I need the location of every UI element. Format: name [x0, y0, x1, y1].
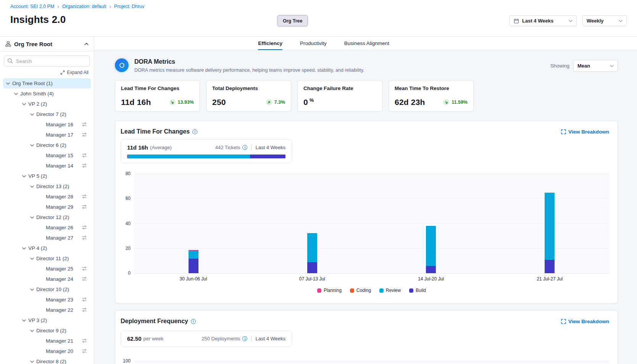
filters-sliders-icon[interactable]: [82, 276, 87, 283]
tree-item-manager-24[interactable]: Manager 24: [3, 274, 91, 284]
chevron-down-icon[interactable]: [22, 175, 28, 177]
bar-07-jul-13-jul[interactable]: [307, 233, 317, 273]
bar-segment-review: [545, 193, 555, 260]
tree-item-label: Director 8 (2): [36, 359, 66, 364]
chevron-down-icon[interactable]: [30, 113, 36, 116]
y-tick-label: 40: [121, 221, 131, 226]
filters-sliders-icon[interactable]: [82, 194, 87, 200]
tree-item-label: Manager 16: [46, 122, 73, 127]
top-controls: Last 4 Weeks Weekly: [510, 15, 627, 26]
bar-14-jul-20-jul[interactable]: [426, 226, 436, 273]
tree-item-manager-23[interactable]: Manager 23: [3, 295, 91, 305]
filters-sliders-icon[interactable]: [82, 204, 87, 211]
tree-item-vp-2-2[interactable]: VP 2 (2): [3, 99, 91, 109]
tree-item-manager-21[interactable]: Manager 21: [3, 336, 91, 346]
collapse-sidebar-icon[interactable]: [84, 43, 89, 45]
info-icon[interactable]: [242, 145, 247, 150]
chevron-down-icon[interactable]: [30, 258, 36, 260]
tree-item-director-9-2[interactable]: Director 9 (2): [3, 325, 91, 336]
y-tick-label: 60: [121, 196, 131, 201]
date-range-select[interactable]: Last 4 Weeks: [510, 15, 577, 26]
tab-productivity[interactable]: Productivity: [300, 37, 327, 50]
granularity-select[interactable]: Weekly: [582, 15, 627, 26]
info-icon[interactable]: [191, 319, 196, 324]
tab-efficiency[interactable]: Efficiency: [258, 37, 282, 50]
x-tick-label: 14 Jul-20 Jul: [418, 276, 444, 282]
tree-item-director-13-2[interactable]: Director 13 (2): [3, 181, 91, 192]
chevron-down-icon[interactable]: [30, 216, 36, 219]
legend-item-coding[interactable]: Coding: [350, 288, 371, 293]
info-icon[interactable]: [192, 129, 197, 134]
tree-item-manager-27[interactable]: Manager 27: [3, 233, 91, 243]
tree-item-manager-15[interactable]: Manager 15: [3, 150, 91, 161]
chevron-down-icon[interactable]: [30, 330, 36, 332]
breadcrumb-link-account-sei-2-0-pm[interactable]: Account: SEI 2.0 PM: [10, 4, 54, 9]
tree-item-vp-5-2[interactable]: VP 5 (2): [3, 171, 91, 181]
tree-item-label: Manager 17: [46, 132, 73, 138]
legend-item-build[interactable]: Build: [409, 288, 426, 293]
tree-item-director-8-2[interactable]: Director 8 (2): [3, 356, 91, 364]
sidebar-header: Org Tree Root: [0, 37, 94, 52]
chevron-down-icon[interactable]: [30, 288, 36, 291]
search-input[interactable]: [4, 55, 90, 67]
tree-item-manager-26[interactable]: Manager 26: [3, 222, 91, 233]
trend-indicator: 11.59%: [443, 99, 468, 105]
filters-sliders-icon[interactable]: [82, 122, 87, 128]
showing-select[interactable]: Mean: [573, 60, 618, 72]
tree-item-manager-29[interactable]: Manager 29: [3, 202, 91, 212]
chevron-down-icon[interactable]: [30, 144, 36, 147]
deployment-chart: 100: [121, 358, 609, 364]
bar-segment-build: [426, 266, 436, 273]
expand-all-button[interactable]: Expand All: [0, 70, 89, 75]
info-icon[interactable]: [242, 336, 247, 341]
tree-item-director-10-2[interactable]: Director 10 (2): [3, 284, 91, 295]
bar-30-jun-06-jul[interactable]: [189, 250, 198, 273]
tree-item-manager-22[interactable]: Manager 22: [3, 305, 91, 315]
lead-time-stage-bar[interactable]: [127, 155, 285, 158]
tree-item-manager-17[interactable]: Manager 17: [3, 130, 91, 140]
chevron-down-icon[interactable]: [30, 361, 36, 363]
org-tree-button[interactable]: Org Tree: [277, 15, 308, 26]
tree-item-director-11-2[interactable]: Director 11 (2): [3, 253, 91, 264]
filters-sliders-icon[interactable]: [82, 266, 87, 272]
tab-business-alignment[interactable]: Business Alignment: [344, 37, 389, 50]
chevron-down-icon[interactable]: [22, 319, 28, 322]
trend-percent: 7.3%: [274, 100, 285, 105]
filters-sliders-icon[interactable]: [82, 225, 87, 231]
chevron-down-icon[interactable]: [30, 185, 36, 188]
filters-sliders-icon[interactable]: [82, 307, 87, 314]
tree-item-manager-16[interactable]: Manager 16: [3, 119, 91, 130]
tree-item-vp-4-2[interactable]: VP 4 (2): [3, 243, 91, 253]
tree-item-manager-14[interactable]: Manager 14: [3, 161, 91, 171]
tree-item-vp-3-2[interactable]: VP 3 (2): [3, 315, 91, 325]
tree-item-director-7-2[interactable]: Director 7 (2): [3, 109, 91, 119]
tree-item-org-tree-root-1[interactable]: Org Tree Root (1): [3, 78, 91, 89]
chevron-down-icon[interactable]: [22, 103, 28, 105]
tree-item-label: Manager 24: [46, 276, 73, 282]
filters-sliders-icon[interactable]: [82, 163, 87, 169]
filters-sliders-icon[interactable]: [82, 348, 87, 355]
filters-sliders-icon[interactable]: [82, 297, 87, 303]
breadcrumb-link-project-dhruv[interactable]: Project: Dhruv: [114, 4, 144, 9]
filters-sliders-icon[interactable]: [82, 338, 87, 345]
lead-time-view-breakdown-link[interactable]: View Breakdown: [561, 129, 609, 135]
filters-sliders-icon[interactable]: [82, 153, 87, 159]
breadcrumb-link-organization-default[interactable]: Organization: default: [62, 4, 106, 9]
chevron-down-icon[interactable]: [6, 82, 12, 85]
tree-item-director-12-2[interactable]: Director 12 (2): [3, 212, 91, 222]
tree-item-john-smith-4[interactable]: John Smith (4): [3, 89, 91, 99]
legend-item-review[interactable]: Review: [379, 288, 401, 293]
tree-item-manager-25[interactable]: Manager 25: [3, 264, 91, 274]
bar-21-jul-27-jul[interactable]: [545, 193, 555, 273]
legend-item-planning[interactable]: Planning: [317, 288, 342, 293]
deployment-view-breakdown-link[interactable]: View Breakdown: [561, 319, 609, 324]
filters-sliders-icon[interactable]: [82, 132, 87, 139]
legend-label: Planning: [324, 288, 342, 293]
tree-item-manager-28[interactable]: Manager 28: [3, 192, 91, 202]
filters-sliders-icon[interactable]: [82, 235, 87, 242]
tree-item-manager-20[interactable]: Manager 20: [3, 346, 91, 356]
bar-segment-build: [545, 260, 555, 273]
chevron-down-icon[interactable]: [22, 247, 28, 250]
chevron-down-icon[interactable]: [14, 93, 20, 95]
tree-item-director-6-2[interactable]: Director 6 (2): [3, 140, 91, 150]
